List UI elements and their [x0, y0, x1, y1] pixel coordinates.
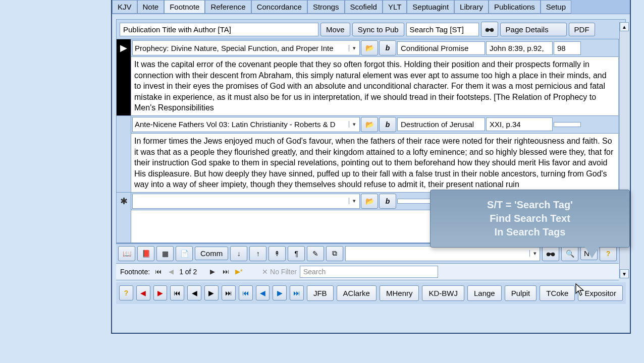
book-open-icon[interactable]: 📖 — [118, 246, 135, 261]
tab-strongs[interactable]: Strongs — [307, 0, 345, 14]
commentary-tcoke[interactable]: TCoke — [540, 285, 575, 301]
prev-record-icon[interactable]: ◀ — [166, 267, 176, 277]
prev-red-icon[interactable]: ◀ — [136, 285, 150, 300]
tab-footnote[interactable]: Footnote — [164, 0, 205, 14]
entry-page-field[interactable]: 98 — [554, 41, 581, 55]
tab-row: KJVNoteFootnoteReferenceConcordanceStron… — [112, 0, 630, 14]
find-page-icon[interactable]: 🔍 — [561, 246, 578, 261]
first-record-icon[interactable]: ⏮ — [153, 267, 163, 277]
entry-title-combo[interactable]: ▾ — [132, 40, 360, 55]
search-combo[interactable]: ▾ — [345, 246, 540, 261]
search-tag-field[interactable]: Search Tag [ST] — [406, 23, 479, 36]
next-record-icon[interactable]: ▶ — [207, 267, 218, 277]
paragraph-icon[interactable]: ¶ — [288, 246, 305, 261]
search-tag-tooltip: S/T = 'Search Tag' Find Search Text In S… — [430, 190, 630, 248]
arrow-top-icon[interactable]: ↟ — [269, 246, 286, 261]
commentary-kd-bwj[interactable]: KD-BWJ — [422, 285, 464, 301]
move-button[interactable]: Move — [320, 23, 350, 36]
tab-septuagint[interactable]: Septuagint — [407, 0, 454, 14]
tab-reference[interactable]: Reference — [205, 0, 251, 14]
arrow-up-icon[interactable]: ↑ — [249, 246, 266, 261]
help-icon[interactable]: ? — [600, 246, 617, 261]
entry-tag-field[interactable]: Destruction of Jerusal — [397, 117, 485, 131]
current-record-marker-icon[interactable]: ▶ — [117, 39, 131, 115]
chevron-down-icon[interactable]: ▾ — [349, 198, 359, 204]
entry-title-input[interactable] — [133, 43, 349, 53]
record-nav-label: Footnote: — [120, 268, 150, 276]
chevron-down-icon[interactable]: ▾ — [529, 250, 540, 257]
chevron-down-icon[interactable]: ▾ — [349, 121, 359, 128]
prev-black-icon[interactable]: ◀ — [187, 285, 201, 300]
svg-rect-5 — [550, 253, 552, 255]
new-record-marker-icon[interactable]: ✱ — [117, 193, 131, 243]
record-nav: Footnote: ⏮ ◀ 1 of 2 ▶ ⏭ ▶* ✕ No Filter … — [116, 264, 619, 280]
pdf-button[interactable]: PDF — [569, 23, 595, 36]
tab-publications[interactable]: Publications — [489, 0, 541, 14]
open-folder-icon[interactable]: 📂 — [361, 194, 378, 209]
entry-body-text[interactable]: It was the capital error of the covenant… — [131, 57, 618, 115]
link-icon[interactable]: ⧉ — [326, 246, 343, 261]
publication-title-field[interactable]: Publication Title with Author [TA] — [120, 23, 318, 36]
tooltip-line: Find Search Text — [437, 212, 623, 225]
book-icon[interactable]: 📕 — [137, 246, 154, 261]
footnote-entry: ▾📂bDestruction of JerusalXXI, p.34In for… — [117, 116, 618, 193]
commentary-mhenry[interactable]: MHenry — [380, 285, 419, 301]
search-combo-input[interactable] — [346, 248, 529, 259]
commentary-expositor[interactable]: Expositor — [578, 285, 623, 301]
sync-to-pub-button[interactable]: Sync to Pub — [352, 23, 404, 36]
commentary-pulpit[interactable]: Pulpit — [505, 285, 537, 301]
tab-concordance[interactable]: Concordance — [251, 0, 307, 14]
bold-italic-icon[interactable]: b — [379, 117, 396, 132]
first-black-icon[interactable]: ⏮ — [170, 285, 184, 300]
next-red-icon[interactable]: ▶ — [153, 285, 168, 300]
bold-italic-icon[interactable]: b — [379, 40, 396, 55]
grid-icon[interactable]: ▦ — [156, 246, 174, 261]
tooltip-line: In Search Tags — [437, 225, 623, 239]
page-icon[interactable]: 📄 — [176, 246, 193, 261]
open-folder-icon[interactable]: 📂 — [361, 117, 378, 132]
entry-title-combo[interactable]: ▾ — [132, 194, 360, 209]
binoculars-icon[interactable] — [542, 246, 559, 261]
edit-page-icon[interactable]: ✎ — [307, 246, 324, 261]
commentary-jfb[interactable]: JFB — [307, 285, 334, 301]
record-gutter[interactable] — [117, 116, 131, 192]
header-tools: Publication Title with Author [TA] Move … — [116, 19, 626, 39]
chevron-down-icon[interactable]: ▾ — [349, 45, 359, 51]
comm-button[interactable]: Comm — [195, 247, 228, 260]
scroll-down-icon[interactable]: ▼ — [620, 269, 629, 278]
tab-library[interactable]: Library — [454, 0, 489, 14]
next-blue-icon[interactable]: ▶ — [273, 285, 287, 300]
binoculars-icon[interactable] — [481, 22, 498, 37]
entry-title-input[interactable] — [133, 196, 349, 206]
open-folder-icon[interactable]: 📂 — [361, 40, 378, 55]
no-filter-label[interactable]: ✕ No Filter — [262, 268, 297, 276]
arrow-down-icon[interactable]: ↓ — [230, 246, 247, 261]
entry-tag-field[interactable]: Conditional Promise — [397, 41, 485, 55]
tab-note[interactable]: Note — [137, 0, 165, 14]
last-blue-icon[interactable]: ⏭ — [290, 285, 304, 300]
next-black-icon[interactable]: ▶ — [204, 285, 219, 300]
entry-title-input[interactable] — [133, 119, 349, 130]
prev-blue-icon[interactable]: ◀ — [256, 285, 270, 300]
tab-setup[interactable]: Setup — [541, 0, 571, 14]
new-record-icon[interactable]: ▶* — [234, 267, 244, 277]
commentary-aclarke[interactable]: AClarke — [337, 285, 377, 301]
entry-ref-field[interactable]: XXI, p.34 — [486, 117, 553, 131]
entry-title-combo[interactable]: ▾ — [132, 117, 360, 132]
last-black-icon[interactable]: ⏭ — [222, 285, 236, 300]
entry-ref-field[interactable]: John 8:39, p.92, — [486, 41, 553, 55]
help-icon[interactable]: ? — [119, 285, 133, 300]
commentary-lange[interactable]: Lange — [467, 285, 502, 301]
nav-search-input[interactable]: Search — [300, 266, 438, 278]
first-blue-icon[interactable]: ⏮ — [239, 285, 253, 300]
entry-body-text[interactable]: In former times the Jews enjoyed much of… — [131, 134, 618, 192]
page-details-button[interactable]: Page Details — [500, 23, 567, 36]
last-record-icon[interactable]: ⏭ — [221, 267, 231, 277]
bold-italic-icon[interactable]: b — [379, 194, 396, 209]
entry-header: ▾📂bDestruction of JerusalXXI, p.34 — [131, 116, 618, 134]
scroll-up-icon[interactable]: ▲ — [620, 22, 629, 31]
tab-scofield[interactable]: Scofield — [345, 0, 383, 14]
entry-page-field[interactable] — [554, 122, 581, 127]
tab-ylt[interactable]: YLT — [383, 0, 407, 14]
tab-kjv[interactable]: KJV — [112, 0, 137, 14]
